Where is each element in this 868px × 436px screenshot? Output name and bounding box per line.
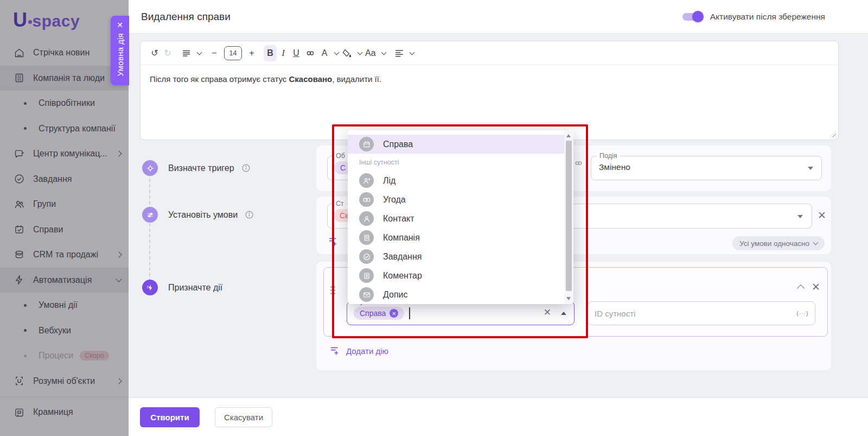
bold-text: Скасовано — [289, 74, 332, 84]
user-plus-icon — [359, 173, 374, 188]
resize-grip[interactable] — [830, 131, 836, 137]
dropdown-item-sprava[interactable]: Справа — [348, 135, 564, 154]
text-cursor — [409, 307, 410, 319]
remove-condition-icon[interactable]: ✕ — [818, 210, 826, 220]
step-assign-actions: Призначте дії — [142, 280, 222, 295]
step-define-trigger: Визначте тригер — [142, 160, 251, 176]
redo-button[interactable]: ↻ — [161, 45, 174, 61]
event-select[interactable]: Подія Змінено — [591, 156, 822, 180]
chevron-down-icon[interactable] — [334, 49, 340, 55]
user-icon — [359, 211, 374, 226]
dropdown-scrollbar[interactable] — [564, 130, 573, 304]
step-connector — [149, 168, 150, 287]
entity-dropdown: Справа Інші сутності Лід Угода Контакт К… — [348, 130, 573, 304]
drag-handle-icon[interactable] — [330, 286, 332, 288]
dropdown-item-zavdannya[interactable]: Завдання — [348, 247, 564, 266]
variables-icon[interactable]: (···) — [796, 310, 808, 317]
clear-select-icon[interactable]: ✕ — [544, 308, 551, 317]
font-size-increase-button[interactable]: + — [245, 45, 258, 61]
create-button[interactable]: Створити — [140, 407, 200, 427]
deal-icon — [359, 192, 374, 207]
cancel-button[interactable]: Скасувати — [215, 407, 272, 427]
trigger-step-icon — [142, 160, 158, 176]
actions-step-icon — [142, 280, 158, 295]
remove-action-icon[interactable]: ✕ — [812, 282, 820, 292]
comment-doc-icon — [359, 268, 374, 283]
dropdown-item-lid[interactable]: Лід — [348, 171, 564, 190]
info-icon[interactable] — [245, 210, 254, 219]
dropdown-group-label: Інші сутності — [348, 154, 564, 171]
building-icon — [359, 230, 374, 245]
chip-remove-icon[interactable]: ✕ — [390, 309, 398, 318]
align-button[interactable] — [392, 45, 406, 61]
dropdown-item-kontakt[interactable]: Контакт — [348, 209, 564, 228]
typography-button[interactable]: Aa — [363, 45, 378, 61]
page-header: Видалення справи Активувати після збереж… — [129, 0, 868, 34]
link-icon — [573, 158, 584, 170]
conditions-step-icon — [142, 207, 158, 223]
font-size-value[interactable]: 14 — [224, 46, 242, 60]
dropdown-caret-icon[interactable] — [808, 167, 813, 170]
tab-label: Умовна дія — [116, 33, 125, 76]
chevron-down-icon — [813, 240, 819, 245]
font-size-decrease-button[interactable]: − — [208, 45, 221, 61]
description-editor[interactable]: ↺ ↻ − 14 + B I U A Aa Після того як спр — [140, 41, 839, 140]
activate-toggle[interactable] — [682, 13, 702, 21]
line-height-button[interactable] — [180, 45, 194, 61]
undo-button[interactable]: ↺ — [148, 45, 161, 61]
sidebar: U spacy Стрічка новин Компанія та люди С… — [0, 0, 129, 436]
check-circle-icon — [359, 249, 374, 264]
chevron-down-icon[interactable] — [409, 49, 414, 55]
chevron-down-icon[interactable] — [358, 49, 363, 55]
page-title: Видалення справи — [141, 11, 231, 23]
add-action-link[interactable]: Додати дію — [330, 345, 388, 357]
scroll-up-icon[interactable] — [566, 134, 571, 137]
conditional-action-tab[interactable]: ✕ Умовна дія — [111, 16, 129, 85]
editor-content[interactable]: Після того як справа отримує статус Скас… — [141, 65, 838, 93]
text-color-button[interactable]: A — [318, 45, 331, 61]
dropdown-item-komentar[interactable]: Коментар — [348, 266, 564, 285]
bold-button[interactable]: B — [264, 45, 277, 61]
underline-button[interactable]: U — [290, 45, 303, 61]
entity-id-field: (···) — [588, 301, 815, 325]
dropdown-item-kompaniya[interactable]: Компанія — [348, 228, 564, 247]
dim-overlay — [0, 0, 129, 436]
info-icon[interactable] — [241, 163, 251, 173]
collapse-icon[interactable] — [797, 285, 805, 292]
conditions-logic-pill[interactable]: Усі умови одночасно — [732, 236, 825, 250]
envelope-icon — [359, 287, 374, 302]
chevron-down-icon[interactable] — [381, 49, 386, 55]
dropdown-item-dopys[interactable]: Допис — [348, 285, 564, 304]
dropdown-item-uhoda[interactable]: Угода — [348, 190, 564, 209]
scroll-down-icon[interactable] — [566, 297, 571, 300]
chevron-down-icon[interactable] — [197, 49, 202, 55]
entity-multiselect[interactable]: Сутність Справа ✕ ✕ — [347, 301, 575, 325]
close-icon[interactable]: ✕ — [117, 21, 123, 29]
toggle-knob — [692, 11, 704, 22]
step-set-conditions: Установіть умови — [142, 207, 254, 223]
editor-toolbar: ↺ ↻ − 14 + B I U A Aa — [141, 41, 838, 65]
link-button[interactable] — [303, 45, 318, 61]
entity-id-input[interactable] — [595, 309, 796, 318]
calendar-icon — [359, 137, 374, 151]
event-value: Змінено — [599, 162, 630, 172]
italic-button[interactable]: I — [277, 45, 290, 61]
main-panel: Видалення справи Активувати після збереж… — [129, 0, 868, 436]
form-footer: Створити Скасувати — [129, 397, 868, 436]
dropdown-caret-icon[interactable] — [797, 215, 803, 218]
add-action-icon — [330, 345, 341, 357]
add-condition-icon[interactable] — [328, 236, 339, 249]
highlight-color-button[interactable] — [340, 45, 354, 61]
activate-toggle-label: Активувати після збереження — [710, 12, 825, 22]
scrollbar-thumb[interactable] — [566, 141, 572, 291]
entity-chip[interactable]: Справа ✕ — [354, 307, 404, 320]
dropdown-caret-up-icon[interactable] — [561, 312, 566, 315]
